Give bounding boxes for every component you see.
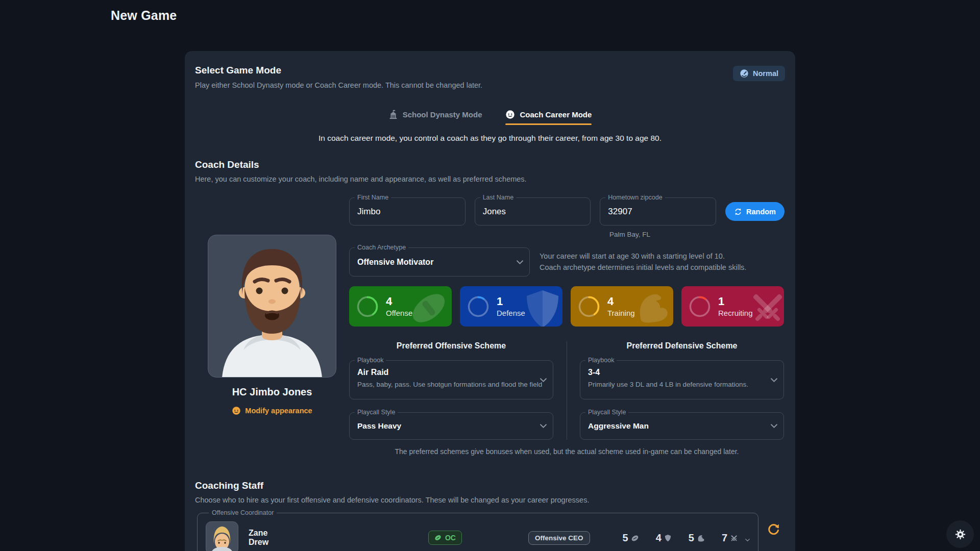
coach-details-heading: Coach Details bbox=[195, 159, 785, 170]
coordinator-candidate-row[interactable]: Zane Drew OC Offensive CEO 5 bbox=[206, 521, 750, 551]
offensive-playcall-label: Playcall Style bbox=[355, 409, 398, 416]
random-button[interactable]: Random bbox=[725, 202, 785, 221]
coaching-staff-subtitle: Choose who to hire as your first offensi… bbox=[195, 496, 785, 504]
gear-icon bbox=[954, 528, 967, 541]
first-name-field[interactable]: First Name bbox=[349, 197, 465, 226]
chevron-down-icon bbox=[517, 260, 523, 264]
defensive-playcall-select[interactable]: Playcall Style Aggressive Man bbox=[580, 412, 784, 440]
modify-appearance-link[interactable]: Modify appearance bbox=[232, 406, 312, 415]
cycle-arrows-icon bbox=[734, 208, 742, 216]
offense-progress-ring bbox=[356, 295, 379, 318]
crossed-swords-icon bbox=[730, 534, 738, 542]
recruiting-label: Recruiting bbox=[718, 309, 753, 317]
coach-avatar bbox=[208, 235, 336, 378]
random-button-label: Random bbox=[746, 208, 776, 216]
defensive-scheme-heading: Preferred Defensive Scheme bbox=[580, 341, 784, 350]
coaching-staff-heading: Coaching Staff bbox=[195, 480, 785, 491]
candidate-avatar bbox=[206, 521, 238, 551]
offensive-playbook-select[interactable]: Playbook Air Raid Pass, baby, pass. Use … bbox=[349, 360, 553, 399]
recruiting-value: 1 bbox=[718, 295, 753, 308]
zipcode-hint-row: Palm Bay, FL bbox=[349, 231, 785, 238]
football-icon bbox=[631, 534, 639, 542]
training-label: Training bbox=[607, 309, 635, 317]
last-name-input[interactable] bbox=[475, 198, 591, 225]
coach-archetype-value: Offensive Motivator bbox=[350, 248, 529, 276]
offensive-scheme-heading: Preferred Offensive Scheme bbox=[349, 341, 553, 350]
game-mode-heading-block: Select Game Mode Play either School Dyna… bbox=[195, 65, 482, 89]
defensive-playbook-select[interactable]: Playbook 3-4 Primarily use 3 DL and 4 LB… bbox=[580, 360, 784, 399]
coach-name-display: HC Jimbo Jones bbox=[208, 386, 336, 398]
archetype-notes: Your career will start at age 30 with a … bbox=[540, 247, 746, 277]
candidate-stats: 5 4 5 bbox=[623, 532, 739, 544]
game-mode-tabs: School Dynasty Mode Coach Career Mode bbox=[195, 110, 785, 125]
gauge-icon bbox=[740, 69, 749, 78]
candidate-defense-stat: 4 bbox=[656, 532, 672, 544]
coach-form-column: First Name Last Name Hometown zipcode bbox=[349, 183, 785, 456]
difficulty-badge-label: Normal bbox=[753, 69, 778, 78]
hometown-zipcode-label: Hometown zipcode bbox=[605, 194, 665, 201]
stat-card-offense: 4 Offense bbox=[349, 286, 452, 327]
schemes-area: Preferred Offensive Scheme Playbook Air … bbox=[349, 341, 785, 440]
trait-badge: Offensive CEO bbox=[528, 531, 590, 545]
defense-value: 1 bbox=[497, 295, 525, 308]
defensive-playbook-label: Playbook bbox=[585, 357, 617, 364]
defensive-playcall-value: Aggressive Man bbox=[580, 413, 783, 439]
offensive-playcall-select[interactable]: Playcall Style Pass Heavy bbox=[349, 412, 553, 440]
offensive-playbook-label: Playbook bbox=[355, 357, 386, 364]
archetype-note-2: Coach archetype determines initial level… bbox=[540, 262, 746, 273]
tab-coach-career-mode[interactable]: Coach Career Mode bbox=[505, 110, 592, 125]
modify-appearance-label: Modify appearance bbox=[245, 407, 312, 415]
stat-card-recruiting: 1 Recruiting bbox=[681, 286, 784, 327]
coach-archetype-select[interactable]: Coach Archetype Offensive Motivator bbox=[349, 247, 530, 277]
difficulty-badge[interactable]: Normal bbox=[733, 66, 785, 81]
position-badge-label: OC bbox=[445, 534, 456, 542]
mode-description: In coach career mode, you control a coac… bbox=[195, 134, 785, 143]
last-name-label: Last Name bbox=[480, 194, 516, 201]
defense-label: Defense bbox=[497, 309, 525, 317]
recruiting-progress-ring bbox=[688, 295, 712, 318]
offense-value: 4 bbox=[386, 295, 412, 308]
page-title: New Game bbox=[111, 8, 177, 23]
football-icon bbox=[434, 534, 442, 541]
candidate-name: Zane Drew bbox=[249, 529, 277, 547]
first-name-input[interactable] bbox=[350, 198, 465, 225]
defense-progress-ring bbox=[467, 295, 490, 318]
hometown-zipcode-input[interactable] bbox=[600, 198, 716, 225]
face-icon bbox=[232, 406, 241, 415]
expand-chevron-icon[interactable] bbox=[745, 538, 750, 542]
training-progress-ring bbox=[577, 295, 601, 318]
offensive-coordinator-section: Offensive Coordinator Zane Drew bbox=[195, 509, 785, 551]
chevron-down-icon bbox=[771, 378, 777, 382]
training-value: 4 bbox=[607, 295, 635, 308]
muscle-icon bbox=[697, 534, 705, 542]
first-name-label: First Name bbox=[355, 194, 391, 201]
offense-label: Offense bbox=[386, 309, 412, 317]
coach-archetype-label: Coach Archetype bbox=[355, 244, 408, 251]
chevron-down-icon bbox=[771, 424, 777, 429]
tab-school-dynasty-label: School Dynasty Mode bbox=[403, 110, 482, 119]
reroll-candidates-button[interactable] bbox=[767, 522, 780, 538]
defensive-playcall-label: Playcall Style bbox=[585, 409, 628, 416]
candidate-recruiting-stat: 7 bbox=[722, 532, 738, 544]
tab-coach-career-label: Coach Career Mode bbox=[520, 110, 592, 119]
offensive-coordinator-label: Offensive Coordinator bbox=[209, 509, 277, 516]
stat-card-training: 4 Training bbox=[571, 286, 673, 327]
hometown-zipcode-field[interactable]: Hometown zipcode bbox=[600, 197, 716, 226]
chevron-down-icon bbox=[540, 424, 547, 429]
offensive-playcall-value: Pass Heavy bbox=[350, 413, 553, 439]
name-fields-row: First Name Last Name Hometown zipcode bbox=[349, 197, 785, 226]
coach-stats-row: 4 Offense 1 Defense bbox=[349, 286, 785, 327]
crossed-swords-icon bbox=[747, 289, 784, 327]
select-game-mode-subtitle: Play either School Dynasty mode or Coach… bbox=[195, 81, 482, 89]
stat-card-defense: 1 Defense bbox=[460, 286, 562, 327]
tab-school-dynasty-mode[interactable]: School Dynasty Mode bbox=[388, 110, 482, 125]
settings-fab[interactable] bbox=[946, 520, 974, 548]
last-name-field[interactable]: Last Name bbox=[475, 197, 591, 226]
new-game-card: Select Game Mode Play either School Dyna… bbox=[185, 51, 795, 551]
archetype-row: Coach Archetype Offensive Motivator Your… bbox=[349, 247, 785, 277]
refresh-icon bbox=[767, 522, 780, 536]
defensive-scheme-column: Preferred Defensive Scheme Playbook 3-4 … bbox=[580, 341, 784, 440]
school-icon bbox=[388, 110, 398, 119]
offensive-playbook-description: Pass, baby, pass. Use shotgun formations… bbox=[350, 378, 553, 388]
football-icon bbox=[407, 289, 451, 327]
